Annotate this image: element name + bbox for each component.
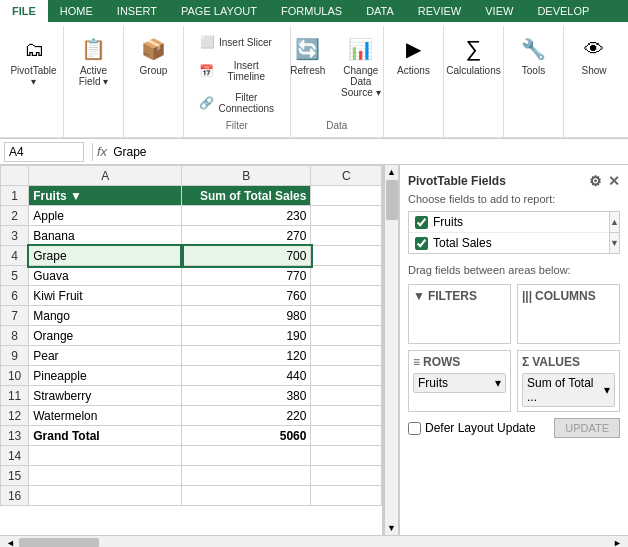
cell-a-4[interactable]: Grape [29,246,182,266]
pivot-field-fruits[interactable]: Fruits [409,212,609,233]
table-row[interactable]: 11Strawberry380 [1,386,382,406]
cell-b-12[interactable]: 220 [182,406,311,426]
table-row[interactable]: 13Grand Total5060 [1,426,382,446]
pivot-area-filters[interactable]: ▼ FILTERS [408,284,511,344]
tab-insert[interactable]: INSERT [105,0,169,22]
cell-b-15[interactable] [182,466,311,486]
cell-c-7[interactable] [311,306,382,326]
cell-c-6[interactable] [311,286,382,306]
horizontal-scrollbar[interactable]: ◄ ► [0,535,628,547]
name-box[interactable] [4,142,84,162]
pivot-close-button[interactable]: ✕ [608,173,620,189]
h-scroll-thumb[interactable] [19,538,99,548]
cell-a-3[interactable]: Banana [29,226,182,246]
col-header-c[interactable]: C [311,166,382,186]
cell-a-2[interactable]: Apple [29,206,182,226]
cell-a-12[interactable]: Watermelon [29,406,182,426]
update-button[interactable]: UPDATE [554,418,620,438]
table-row[interactable]: 12Watermelon220 [1,406,382,426]
formula-input[interactable] [113,145,624,159]
pivot-area-rows[interactable]: ≡ ROWS Fruits ▾ [408,350,511,412]
cell-a-10[interactable]: Pineapple [29,366,182,386]
table-row[interactable]: 5Guava770 [1,266,382,286]
tab-data[interactable]: DATA [354,0,406,22]
values-tag-sum[interactable]: Sum of Total ... ▾ [522,373,615,407]
change-data-source-button[interactable]: 📊 Change DataSource ▾ [334,30,388,101]
cell-c-3[interactable] [311,226,382,246]
cell-b-16[interactable] [182,486,311,506]
tab-page-layout[interactable]: PAGE LAYOUT [169,0,269,22]
show-button[interactable]: 👁 Show [571,30,617,79]
rows-tag-fruits[interactable]: Fruits ▾ [413,373,506,393]
pivot-field-sales[interactable]: Total Sales [409,233,609,253]
sales-checkbox[interactable] [415,237,428,250]
insert-timeline-button[interactable]: 📅 Insert Timeline [192,56,282,86]
vertical-scrollbar[interactable]: ▲ ▼ [384,165,398,535]
cell-a-9[interactable]: Pear [29,346,182,366]
pivot-settings-icon[interactable]: ⚙ [589,173,602,189]
cell-c-12[interactable] [311,406,382,426]
cell-a-5[interactable]: Guava [29,266,182,286]
cell-c-5[interactable] [311,266,382,286]
calculations-button[interactable]: ∑ Calculations [439,30,507,79]
cell-b-7[interactable]: 980 [182,306,311,326]
scroll-thumb[interactable] [386,180,398,220]
cell-c-13[interactable] [311,426,382,446]
table-row[interactable]: 9Pear120 [1,346,382,366]
fruits-checkbox[interactable] [415,216,428,229]
cell-c-4[interactable] [311,246,382,266]
tab-file[interactable]: FILE [0,0,48,22]
cell-b-4[interactable]: 700 [182,246,311,266]
table-row[interactable]: 15 [1,466,382,486]
h-scroll-left[interactable]: ◄ [2,538,19,548]
defer-label[interactable]: Defer Layout Update [408,421,536,435]
cell-b-13[interactable]: 5060 [182,426,311,446]
col-header-b[interactable]: B [182,166,311,186]
tab-develop[interactable]: DEVELOP [525,0,601,22]
fields-scroll-down[interactable]: ▼ [610,233,619,253]
table-row[interactable]: 8Orange190 [1,326,382,346]
cell-a-11[interactable]: Strawberry [29,386,182,406]
cell-c-14[interactable] [311,446,382,466]
table-row[interactable]: 4Grape700 [1,246,382,266]
values-tag-dropdown-icon[interactable]: ▾ [604,383,610,397]
cell-c-9[interactable] [311,346,382,366]
group-button[interactable]: 📦 Group [131,30,177,79]
table-row[interactable]: 16 [1,486,382,506]
tab-review[interactable]: REVIEW [406,0,473,22]
tools-button[interactable]: 🔧 Tools [511,30,557,79]
cell-b-2[interactable]: 230 [182,206,311,226]
refresh-button[interactable]: 🔄 Refresh [286,30,330,79]
cell-b-10[interactable]: 440 [182,366,311,386]
scroll-down-btn[interactable]: ▼ [385,521,398,535]
cell-b-11[interactable]: 380 [182,386,311,406]
table-row[interactable]: 7Mango980 [1,306,382,326]
tab-home[interactable]: HOME [48,0,105,22]
cell-c-15[interactable] [311,466,382,486]
col-header-a[interactable]: A [29,166,182,186]
cell-b-5[interactable]: 770 [182,266,311,286]
tab-view[interactable]: VIEW [473,0,525,22]
cell-b-8[interactable]: 190 [182,326,311,346]
insert-slicer-button[interactable]: ⬜ Insert Slicer [192,30,279,54]
cell-a-8[interactable]: Orange [29,326,182,346]
cell-a-13[interactable]: Grand Total [29,426,182,446]
cell-a-7[interactable]: Mango [29,306,182,326]
h-scroll-right[interactable]: ► [609,538,626,548]
actions-button[interactable]: ▶ Actions [390,30,437,79]
table-row[interactable]: 14 [1,446,382,466]
defer-checkbox[interactable] [408,422,421,435]
cell-c-8[interactable] [311,326,382,346]
fields-scroll-up[interactable]: ▲ [610,212,619,233]
pivot-area-values[interactable]: Σ VALUES Sum of Total ... ▾ [517,350,620,412]
cell-a-6[interactable]: Kiwi Fruit [29,286,182,306]
cell-c-16[interactable] [311,486,382,506]
cell-c-2[interactable] [311,206,382,226]
cell-c-10[interactable] [311,366,382,386]
pivot-area-columns[interactable]: ||| COLUMNS [517,284,620,344]
table-row[interactable]: 2Apple230 [1,206,382,226]
cell-a-16[interactable] [29,486,182,506]
filter-connections-button[interactable]: 🔗 Filter Connections [192,88,282,118]
table-row[interactable]: 6Kiwi Fruit760 [1,286,382,306]
cell-b-6[interactable]: 760 [182,286,311,306]
